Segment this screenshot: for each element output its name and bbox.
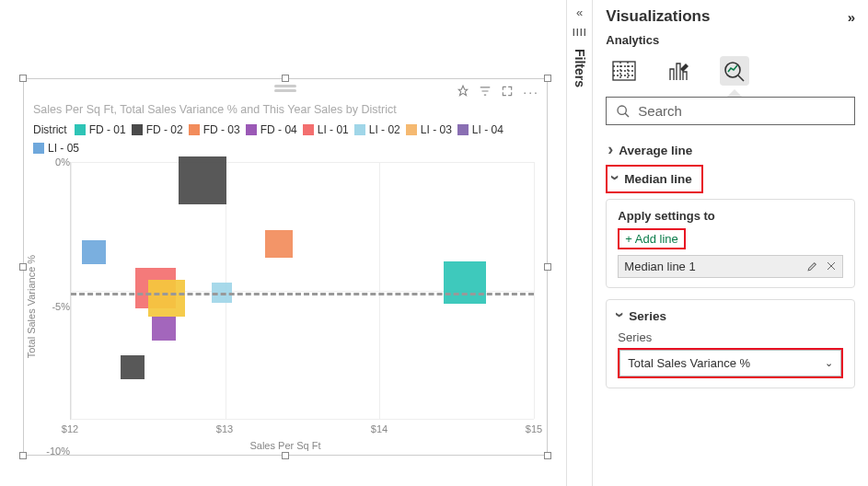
legend-label: LI - 04 [472, 123, 503, 136]
data-point[interactable] [148, 280, 185, 317]
data-point[interactable] [121, 355, 145, 379]
legend-label: LI - 01 [318, 123, 349, 136]
apply-settings-card: Apply settings to + Add line Median line… [606, 199, 855, 288]
resize-handle[interactable] [544, 452, 551, 459]
chart-legend: District FD - 01FD - 02FD - 03FD - 04LI … [24, 122, 547, 158]
legend-label: LI - 02 [369, 123, 400, 136]
plot-area [70, 162, 534, 420]
resize-handle[interactable] [544, 75, 551, 82]
chevron-down-icon [618, 309, 623, 323]
data-point[interactable] [265, 230, 293, 258]
legend-label: LI - 05 [48, 142, 79, 155]
legend-item[interactable]: FD - 01 [75, 123, 126, 136]
chart-card[interactable]: ··· Sales Per Sq Ft, Total Sales Varianc… [23, 78, 548, 456]
legend-item[interactable]: LI - 05 [33, 142, 79, 155]
legend-item[interactable]: LI - 01 [303, 123, 349, 136]
pin-icon[interactable] [457, 85, 469, 99]
svg-point-2 [618, 106, 626, 114]
chevron-right-icon[interactable]: » [848, 9, 855, 25]
legend-item[interactable]: LI - 04 [457, 123, 503, 136]
apply-settings-label: Apply settings to [618, 209, 843, 223]
analytics-tab-icon[interactable] [720, 56, 749, 86]
chevron-down-icon: ⌄ [825, 357, 833, 369]
legend-title: District [33, 123, 67, 136]
data-point[interactable] [179, 156, 226, 204]
x-axis-label: Sales Per Sq Ft [24, 440, 547, 451]
add-line-button[interactable]: + Add line [625, 232, 677, 246]
legend-swatch [246, 124, 257, 135]
median-reference-line[interactable] [71, 293, 534, 295]
chevron-left-icon[interactable]: « [576, 6, 583, 19]
series-field-label: Series [618, 330, 843, 344]
legend-swatch [132, 124, 143, 135]
resize-handle[interactable] [19, 75, 27, 82]
x-axis-ticks: $12 $13 $14 $15 [70, 423, 534, 436]
legend-label: LI - 03 [421, 123, 452, 136]
series-dropdown[interactable]: Total Sales Variance % ⌄ [619, 350, 841, 376]
format-tab-icon[interactable] [665, 56, 694, 86]
filters-label: Filters [573, 45, 587, 87]
filters-pane-collapsed[interactable]: « Filters [566, 0, 593, 486]
resize-handle[interactable] [282, 75, 289, 82]
search-placeholder: Search [638, 103, 682, 119]
search-input[interactable]: Search [606, 97, 855, 125]
legend-item[interactable]: LI - 02 [354, 123, 400, 136]
search-icon [616, 104, 631, 119]
legend-label: FD - 03 [203, 123, 240, 136]
legend-swatch [75, 124, 86, 135]
data-point[interactable] [444, 261, 486, 304]
y-axis-ticks: 0% -5% -10% [48, 162, 70, 451]
legend-item[interactable]: LI - 03 [406, 123, 452, 136]
legend-swatch [457, 124, 469, 135]
average-line-section[interactable]: Average line [606, 136, 855, 165]
legend-swatch [189, 124, 200, 135]
legend-label: FD - 01 [89, 123, 126, 136]
series-section-header[interactable]: Series [618, 309, 843, 330]
legend-swatch [406, 124, 417, 135]
fields-tab-icon[interactable] [609, 56, 639, 86]
legend-item[interactable]: FD - 04 [246, 123, 297, 136]
drag-handle-icon[interactable] [274, 85, 296, 87]
y-axis-label: Total Sales Variance % [26, 255, 37, 358]
series-value: Total Sales Variance % [628, 356, 750, 370]
filter-icon[interactable] [479, 85, 492, 99]
visualizations-panel: Visualizations » Analytics Search Averag… [593, 0, 868, 486]
median-line-section[interactable]: Median line [609, 168, 700, 190]
legend-swatch [33, 143, 44, 154]
canvas-area: ··· Sales Per Sq Ft, Total Sales Varianc… [0, 0, 566, 486]
chevron-right-icon [608, 144, 613, 157]
filters-icon [573, 27, 587, 38]
chevron-down-icon [613, 172, 619, 186]
resize-handle[interactable] [282, 452, 289, 459]
legend-swatch [303, 124, 314, 135]
legend-swatch [354, 124, 365, 135]
analytics-subtitle: Analytics [606, 31, 855, 52]
more-options-icon[interactable]: ··· [523, 85, 539, 99]
edit-icon[interactable] [806, 260, 818, 272]
resize-handle[interactable] [19, 452, 27, 459]
legend-label: FD - 04 [260, 123, 297, 136]
focus-mode-icon[interactable] [501, 85, 514, 99]
legend-item[interactable]: FD - 03 [189, 123, 240, 136]
median-line-item[interactable]: Median line 1 [618, 255, 843, 278]
close-icon[interactable] [826, 260, 837, 272]
data-point[interactable] [152, 317, 176, 341]
panel-title: Visualizations [606, 7, 710, 26]
data-point[interactable] [82, 240, 106, 264]
legend-label: FD - 02 [146, 123, 183, 136]
legend-item[interactable]: FD - 02 [132, 123, 183, 136]
series-card: Series Series Total Sales Variance % ⌄ [606, 299, 855, 388]
line-name: Median line 1 [624, 260, 695, 273]
